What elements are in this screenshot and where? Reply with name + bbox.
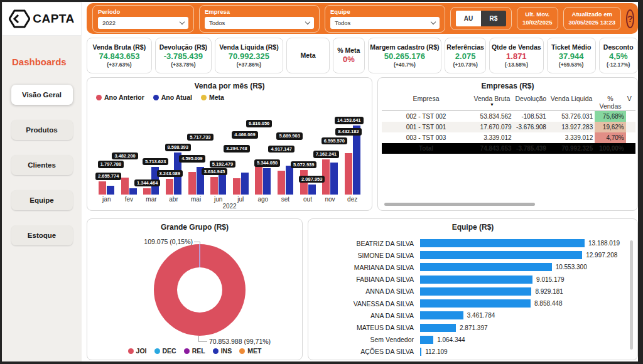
column-header-4[interactable]: Venda Liquida [548, 94, 595, 111]
equipe-value-label: 8.858.448 [534, 300, 563, 307]
x-axis-label-mai: mai [185, 196, 207, 203]
kpi-value: -3.785.439 [164, 51, 203, 61]
currency-option-rs[interactable]: R$ [481, 11, 506, 26]
bar-ano-anterior-dez[interactable] [345, 153, 352, 195]
legend-item-meta[interactable]: Meta [201, 94, 224, 101]
legend-item-met[interactable]: MET [239, 347, 261, 355]
bar-ano-atual-set[interactable] [286, 166, 293, 195]
vertical-scrollbar[interactable] [630, 240, 633, 350]
filter-select-equipe[interactable]: Todos [330, 17, 440, 29]
chart-title-venda: Venda por mês (R$) [87, 82, 372, 90]
equipe-bar[interactable] [420, 324, 456, 332]
bar-ano-anterior-abr[interactable] [166, 179, 173, 195]
sidebar-item-clientes[interactable]: Clientes [11, 155, 73, 175]
column-header-3[interactable]: Devolução [514, 94, 548, 111]
bar-ano-anterior-jan[interactable] [99, 181, 106, 195]
bar-ano-anterior-jul[interactable] [233, 178, 240, 195]
venda-plot: 2.655.7741.797.7883.482.2001.344.4645.71… [95, 105, 364, 195]
bar-ano-anterior-fev[interactable] [121, 178, 129, 195]
bar-data-label: 14.153.641 [335, 117, 364, 124]
equipe-bar[interactable] [420, 311, 463, 319]
legend-label: MET [247, 347, 261, 355]
equipe-category-label: VANESSA DA SILVA [313, 300, 420, 308]
table-row[interactable]: 001 - TST 00117.670.079-3.676.90813.927.… [382, 122, 635, 132]
kpi-delta: (+37.63%) [107, 62, 131, 68]
updated-box: Atualizado em 30/05/2025 13:23 [563, 7, 621, 31]
kpi-card: Venda Liquida (R$)70.992.325(+37.86%) [215, 38, 283, 73]
equipe-bar[interactable] [420, 348, 421, 356]
bar-ano-anterior-mar[interactable] [143, 188, 151, 195]
kpi-delta: (-13.58%) [505, 62, 528, 68]
table-cell: -3.676.908 [514, 122, 548, 132]
panel-grande-grupo: Grande Grupo (R$) 109.075 (0,15%) 70.853… [87, 218, 303, 360]
legend-item-rel[interactable]: REL [184, 347, 205, 355]
equipe-bar[interactable] [420, 276, 532, 284]
bar-ano-anterior-set[interactable] [278, 171, 285, 195]
last-movement-box: Ult. Mov. 10/02/2025 [517, 7, 558, 31]
chevron-down-icon [180, 19, 185, 24]
venda-x-axis: janfevmarabrmaijunjulagosetoutnovdez [95, 196, 364, 203]
legend-item-ano-atual[interactable]: Ano Atual [153, 94, 192, 101]
bar-ano-atual-out[interactable] [308, 185, 316, 195]
app-logo-text: CAPTA [33, 12, 75, 26]
bar-ano-atual-ago[interactable] [263, 168, 271, 195]
bar-data-label: 5.344.050 [254, 159, 280, 167]
donut-chart[interactable] [154, 244, 246, 336]
kpi-value: 50.265.176 [384, 51, 425, 61]
currency-option-au[interactable]: AU [456, 11, 481, 26]
equipe-category-label: Sem Vendedor [313, 336, 420, 343]
total-cell: Total [382, 143, 470, 154]
bar-ano-atual-jan[interactable] [107, 186, 114, 195]
filter-group-periodo: Período2022 [92, 5, 194, 33]
bar-ano-atual-nov[interactable] [330, 163, 338, 195]
equipe-category-label: MATEUS DA SILVA [313, 324, 420, 331]
kpi-card: Qtde de Vendas1.871(-13.58%) [489, 38, 544, 73]
kpi-title: Devolução (R$) [159, 43, 207, 51]
sidebar-item-equipe[interactable]: Equipe [11, 190, 73, 210]
filter-label-equipe: Equipe [330, 8, 440, 15]
help-button[interactable]: ? [626, 9, 634, 28]
equipe-category-label: AÇÕES DA SILVA [313, 348, 420, 355]
equipe-value-label: 1.064.344 [437, 336, 465, 343]
bar-ano-atual-dez[interactable] [353, 126, 360, 195]
sidebar-item-visão-geral[interactable]: Visão Geral [11, 85, 73, 105]
bar-data-label: 7.162.241 [313, 151, 339, 158]
legend-item-ins[interactable]: INS [213, 347, 232, 355]
column-header-2[interactable]: Venda Bruta▼ [470, 94, 514, 111]
table-row[interactable]: 003 - TST 0033.339.0123.339.0124,70% [382, 132, 635, 143]
bar-ano-anterior-jun[interactable] [210, 177, 218, 195]
filter-value-periodo: 2022 [102, 19, 116, 26]
column-header-1[interactable]: Empresa [382, 94, 470, 111]
sidebar-item-produtos[interactable]: Produtos [11, 120, 73, 140]
equipe-bar[interactable] [420, 239, 585, 247]
bar-ano-anterior-mai[interactable] [188, 172, 196, 195]
kpi-value: 0% [343, 55, 355, 64]
x-axis-label-mar: mar [140, 196, 163, 203]
equipe-row-5: ANNA DA SILVA8.929.181 [313, 287, 624, 296]
table-cell: 17.670.079 [470, 122, 514, 132]
equipe-bar[interactable] [420, 287, 531, 296]
filter-select-periodo[interactable]: 2022 [98, 17, 188, 29]
filter-group-empresa: EmpresaTodos [199, 5, 320, 33]
equipe-row-8: MATEUS DA SILVA2.871.397 [313, 324, 624, 332]
bar-ano-atual-jul[interactable] [241, 173, 249, 195]
equipe-bar[interactable] [420, 263, 552, 271]
kpi-value: 37.944 [559, 51, 584, 61]
equipe-bar[interactable] [420, 336, 433, 344]
legend-item-ano-anterior[interactable]: Ano Anterior [96, 94, 144, 101]
kpi-delta: (-12.17%) [607, 62, 630, 68]
kpi-title: Referências [446, 43, 484, 51]
bar-ano-atual-fev[interactable] [129, 188, 137, 195]
horizontal-scrollbar[interactable] [384, 203, 535, 206]
kpi-title: Venda Liquida (R$) [219, 43, 279, 51]
equipe-bar[interactable] [420, 251, 582, 259]
equipe-bar[interactable] [420, 299, 531, 308]
column-header-5[interactable]: %Vendas [595, 94, 626, 111]
table-row[interactable]: 002 - TST 00253.834.562-108.53153.726.03… [382, 111, 635, 122]
legend-item-joi[interactable]: JOI [128, 347, 147, 355]
equipe-row-6: VANESSA DA SILVA8.858.448 [313, 299, 624, 308]
sidebar-item-estoque[interactable]: Estoque [11, 225, 73, 245]
legend-item-dec[interactable]: DEC [154, 347, 176, 355]
filter-select-empresa[interactable]: Todos [205, 17, 314, 29]
bar-data-label: 3.243.089 [157, 170, 183, 178]
